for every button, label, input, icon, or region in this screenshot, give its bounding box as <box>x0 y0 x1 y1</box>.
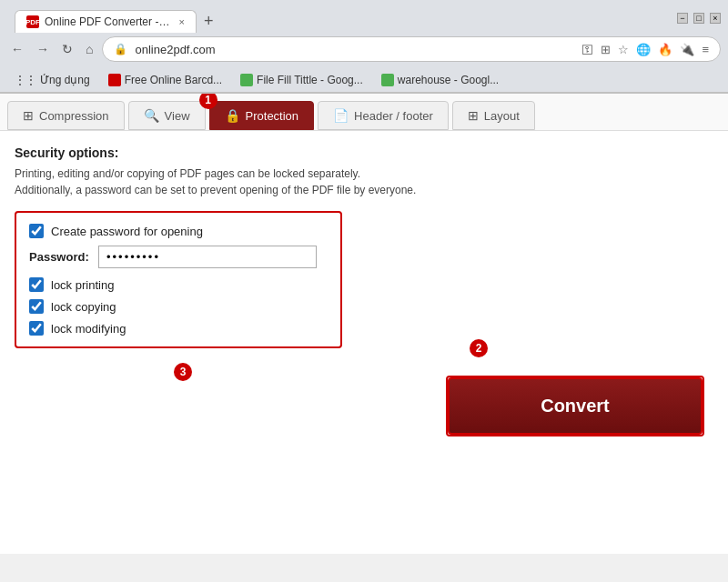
url-text: online2pdf.com <box>135 43 574 56</box>
tab-favicon: PDF <box>26 15 39 28</box>
screen-cast-icon[interactable]: ⊞ <box>601 43 611 56</box>
security-desc-line2: Additionally, a password can be set to p… <box>15 184 416 196</box>
tab-view-label: View <box>165 109 190 123</box>
lock-modifying-label: lock modifying <box>51 322 126 336</box>
security-options-box: Create password for opening Password: lo… <box>15 211 342 348</box>
bookmark-apps[interactable]: ⋮⋮ Ứng dụng <box>7 72 97 88</box>
annotation-1: 1 <box>199 94 217 109</box>
lock-printing-row: lock printing <box>29 277 328 292</box>
tab-compression-label: Compression <box>39 109 109 123</box>
annotation-2: 2 <box>470 339 488 357</box>
fire-icon: 🔥 <box>658 43 672 56</box>
new-tab-button[interactable]: + <box>197 10 221 33</box>
compression-icon: ⊞ <box>23 108 34 123</box>
maximize-button[interactable]: □ <box>693 13 704 24</box>
warehouse-favicon <box>381 74 394 86</box>
page-body: Security options: Printing, editing and/… <box>0 131 728 451</box>
lock-modifying-row: lock modifying <box>29 321 328 336</box>
tab-layout-label: Layout <box>484 109 520 123</box>
browser-tab[interactable]: PDF Online PDF Converter - Merge, c... × <box>15 10 197 33</box>
tab-compression[interactable]: ⊞ Compression <box>7 101 125 130</box>
ssl-lock-icon: 🔒 <box>114 43 127 55</box>
lock-printing-label: lock printing <box>51 278 114 292</box>
tab-close-button[interactable]: × <box>179 16 185 27</box>
translate-icon[interactable]: 🌐 <box>636 43 651 56</box>
annotation-3: 3 <box>174 363 192 381</box>
password-input[interactable] <box>98 246 317 268</box>
bookmark-fill[interactable]: File Fill Tittle - Goog... <box>233 72 370 88</box>
convert-section: 3 Convert <box>15 376 713 436</box>
tab-header-footer-label: Header / footer <box>354 109 433 123</box>
refresh-button[interactable]: ↻ <box>58 40 76 58</box>
create-password-label: Create password for opening <box>51 225 203 238</box>
bookmarks-bar: ⋮⋮ Ứng dụng Free Online Barcd... File Fi… <box>0 67 728 93</box>
view-icon: 🔍 <box>144 108 159 123</box>
tab-protection[interactable]: 1 🔒 Protection <box>209 101 315 130</box>
bookmark-barcode[interactable]: Free Online Barcd... <box>101 72 229 88</box>
options-container: Create password for opening Password: lo… <box>15 211 342 348</box>
menu-icon[interactable]: ≡ <box>702 43 709 56</box>
barcode-favicon <box>108 74 121 86</box>
back-button[interactable]: ← <box>7 40 27 58</box>
url-bar[interactable]: 🔒 online2pdf.com ⚿ ⊞ ☆ 🌐 🔥 🔌 ≡ <box>102 36 721 62</box>
minimize-button[interactable]: − <box>677 13 688 24</box>
security-desc-line1: Printing, editing and/or copying of PDF … <box>15 167 360 180</box>
security-description: Printing, editing and/or copying of PDF … <box>15 166 713 198</box>
window-controls: − □ × <box>677 13 721 24</box>
address-bar: ← → ↻ ⌂ 🔒 online2pdf.com ⚿ ⊞ ☆ 🌐 🔥 🔌 ≡ <box>0 31 728 67</box>
lock-printing-checkbox[interactable] <box>29 277 44 292</box>
main-content: ⊞ Compression 🔍 View 1 🔒 Protection 📄 He… <box>0 94 728 554</box>
create-password-row: Create password for opening <box>29 224 328 238</box>
bookmark-warehouse[interactable]: warehouse - Googl... <box>374 72 506 88</box>
lock-copying-row: lock copying <box>29 299 328 314</box>
bookmark-warehouse-label: warehouse - Googl... <box>398 74 499 86</box>
fill-favicon <box>240 74 253 86</box>
convert-button[interactable]: Convert <box>448 377 703 435</box>
key-icon[interactable]: ⚿ <box>581 43 593 56</box>
close-window-button[interactable]: × <box>710 13 721 24</box>
password-row: Password: <box>29 246 328 268</box>
tab-view[interactable]: 🔍 View <box>128 101 206 130</box>
layout-icon: ⊞ <box>468 108 479 123</box>
lock-copying-checkbox[interactable] <box>29 299 44 314</box>
tool-tabs: ⊞ Compression 🔍 View 1 🔒 Protection 📄 He… <box>0 94 728 131</box>
url-action-icons: ⚿ ⊞ ☆ 🌐 🔥 🔌 ≡ <box>581 43 709 56</box>
lock-copying-label: lock copying <box>51 300 116 314</box>
security-title: Security options: <box>15 146 713 160</box>
create-password-checkbox[interactable] <box>29 224 44 238</box>
convert-button-wrapper: Convert <box>446 376 704 436</box>
forward-button[interactable]: → <box>33 40 53 58</box>
tab-layout[interactable]: ⊞ Layout <box>452 101 535 130</box>
header-footer-icon: 📄 <box>333 108 349 123</box>
tab-protection-label: Protection <box>246 109 299 123</box>
password-label: Password: <box>29 250 91 264</box>
lock-modifying-checkbox[interactable] <box>29 321 44 336</box>
extensions-icon[interactable]: 🔌 <box>680 43 694 56</box>
home-button[interactable]: ⌂ <box>82 40 96 58</box>
tab-header-footer[interactable]: 📄 Header / footer <box>318 101 449 130</box>
bookmark-star-icon[interactable]: ☆ <box>618 43 629 56</box>
bookmark-apps-label: Ứng dụng <box>40 74 90 86</box>
bookmark-fill-label: File Fill Tittle - Goog... <box>257 74 363 86</box>
protection-lock-icon: 🔒 <box>225 108 240 123</box>
tab-title: Online PDF Converter - Merge, c... <box>45 15 170 28</box>
bookmark-barcode-label: Free Online Barcd... <box>125 74 222 86</box>
apps-grid-icon: ⋮⋮ <box>15 74 36 86</box>
